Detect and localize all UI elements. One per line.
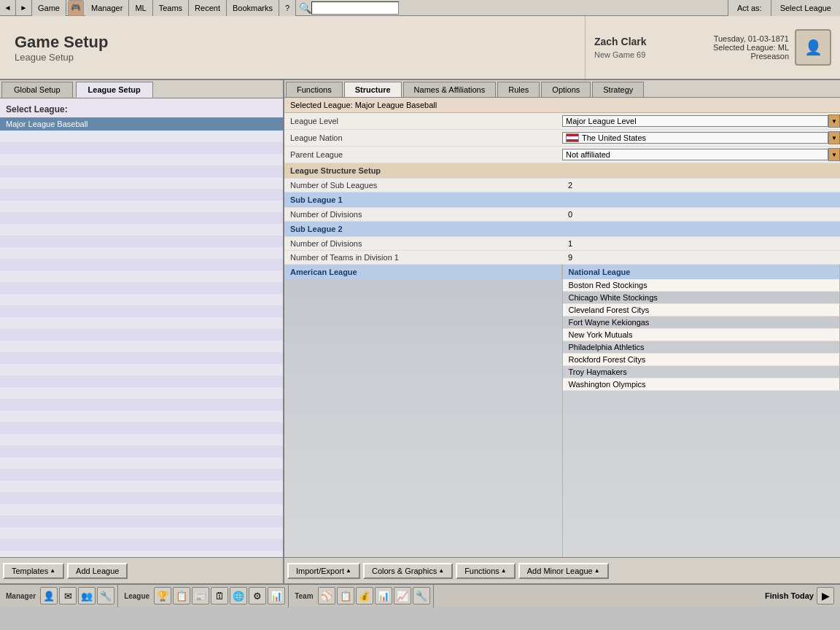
bottom-navigation: Manager 👤 ✉ 👥 🔧 League 🏆 📋 📰 🗓 🌐 ⚙ 📊 Tea… (0, 583, 840, 607)
list-item (0, 469, 283, 481)
manager-menu[interactable]: Manager (85, 0, 129, 16)
manager-icon-1[interactable]: 👤 (40, 587, 58, 604)
manager-icon-4[interactable]: 🔧 (97, 587, 114, 604)
team-icon-1[interactable]: ⚾ (318, 587, 335, 604)
league-icon-1[interactable]: 🏆 (154, 587, 171, 604)
list-item (0, 411, 283, 422)
season-info: Preseason (713, 52, 789, 61)
tab-global-setup[interactable]: Global Setup (1, 82, 73, 98)
team-icon-3[interactable]: 💰 (356, 587, 373, 604)
team-philadelphia[interactable]: Philadelphia Athletics (563, 341, 841, 354)
selected-league-header: Selected League: Major League Baseball (284, 98, 840, 113)
list-item (0, 247, 283, 259)
user-avatar: 👤 (795, 29, 831, 66)
help-menu[interactable]: ? (279, 0, 296, 16)
league-level-label: League Level (284, 113, 562, 130)
colors-graphics-button[interactable]: Colors & Graphics ▲ (363, 563, 453, 579)
num-sub-leagues-label: Number of Sub Leagues (284, 179, 562, 192)
league-icon-5[interactable]: 🌐 (230, 587, 247, 604)
league-nation-dropdown-arrow[interactable]: ▼ (828, 131, 840, 144)
page-title: Game Setup (15, 33, 570, 52)
tab-league-setup[interactable]: League Setup (76, 82, 153, 98)
league-icon-7[interactable]: 📊 (268, 587, 285, 604)
tab-names-affiliations[interactable]: Names & Affiliations (403, 82, 497, 97)
selected-league-info: Selected League: ML (713, 43, 789, 52)
league-icon-6[interactable]: ⚙ (249, 587, 266, 604)
team-icon-6[interactable]: 🔧 (413, 587, 430, 604)
parent-league-dropdown-arrow[interactable]: ▼ (828, 148, 840, 161)
list-item (0, 166, 283, 177)
list-item (0, 399, 283, 411)
list-item (0, 504, 283, 516)
tab-functions[interactable]: Functions (286, 82, 343, 97)
league-level-dropdown-arrow[interactable]: ▼ (828, 114, 840, 128)
search-input[interactable] (311, 1, 399, 15)
league-item-mlb[interactable]: Major League Baseball (0, 117, 283, 131)
list-item (0, 154, 283, 166)
list-item (0, 259, 283, 271)
list-item (0, 201, 283, 212)
functions-button[interactable]: Functions ▲ (456, 563, 516, 579)
list-item (0, 516, 283, 527)
header: Game Setup League Setup Zach Clark New G… (0, 16, 840, 80)
team-icon-2[interactable]: 📋 (337, 587, 354, 604)
bookmarks-menu[interactable]: Bookmarks (227, 0, 279, 16)
league-icon-3[interactable]: 📰 (192, 587, 209, 604)
team-fort-wayne[interactable]: Fort Wayne Kekiongas (563, 316, 841, 329)
game-menu[interactable]: Game (32, 0, 66, 16)
left-bottom-bar: Templates ▲ Add League (0, 557, 283, 583)
page-subtitle: League Setup (15, 52, 570, 63)
manager-icon-2[interactable]: ✉ (59, 587, 77, 604)
import-export-button[interactable]: Import/Export ▲ (287, 563, 360, 579)
team-chicago[interactable]: Chicago White Stockings (563, 292, 841, 304)
team-washington[interactable]: Washington Olympics (563, 378, 841, 391)
finish-today-button[interactable]: Finish Today ▶ (759, 587, 840, 604)
back-arrow[interactable]: ◄ (0, 0, 16, 16)
league-level-dropdown[interactable]: Major League Level (562, 115, 828, 127)
league-icon-2[interactable]: 📋 (173, 587, 190, 604)
forward-arrow[interactable]: ► (16, 0, 32, 16)
national-league-header: National League (563, 265, 841, 279)
setup-tabs: Global Setup League Setup (0, 80, 283, 98)
tab-structure[interactable]: Structure (344, 82, 402, 97)
list-item (0, 539, 283, 551)
list-item (0, 434, 283, 446)
setup-table: League Level Major League Level ▼ League… (284, 113, 840, 265)
list-item (0, 364, 283, 376)
add-league-button[interactable]: Add League (67, 563, 128, 579)
team-troy[interactable]: Troy Haymakers (563, 366, 841, 378)
team-rockford[interactable]: Rockford Forest Citys (563, 354, 841, 366)
team-icon-5[interactable]: 📈 (394, 587, 411, 604)
game-icon[interactable]: 🎮 (68, 0, 84, 16)
list-item (0, 527, 283, 539)
sub-league-1-header: Sub League 1 (284, 192, 840, 208)
league-section: League 🏆 📋 📰 🗓 🌐 ⚙ 📊 (118, 584, 289, 607)
list-item (0, 387, 283, 399)
templates-button[interactable]: Templates ▲ (3, 563, 64, 579)
list-item (0, 131, 283, 142)
team-new-york[interactable]: New York Mutuals (563, 329, 841, 341)
left-panel: Global Setup League Setup Select League:… (0, 80, 284, 583)
right-bottom-bar: Import/Export ▲ Colors & Graphics ▲ Func… (284, 557, 840, 583)
league-label: League (121, 592, 152, 600)
teams-menu[interactable]: Teams (153, 0, 189, 16)
finish-today-label: Finish Today (765, 591, 814, 600)
list-item (0, 376, 283, 387)
manager-icon-3[interactable]: 👥 (78, 587, 96, 604)
list-item (0, 317, 283, 329)
tab-options[interactable]: Options (541, 82, 591, 97)
tab-strategy[interactable]: Strategy (592, 82, 644, 97)
parent-league-dropdown[interactable]: Not affiliated (562, 149, 828, 160)
team-icon-4[interactable]: 📊 (375, 587, 392, 604)
league-nation-dropdown[interactable]: The United States (562, 132, 828, 144)
main-content: Global Setup League Setup Select League:… (0, 80, 840, 583)
add-minor-league-button[interactable]: Add Minor League ▲ (518, 563, 609, 579)
team-cleveland[interactable]: Cleveland Forest Citys (563, 304, 841, 316)
sl2-num-divisions-value: 1 (562, 237, 840, 251)
list-item (0, 189, 283, 201)
team-boston[interactable]: Boston Red Stockings (563, 279, 841, 292)
ml-menu[interactable]: ML (129, 0, 152, 16)
tab-rules[interactable]: Rules (497, 82, 540, 97)
league-icon-4[interactable]: 🗓 (211, 587, 228, 604)
recent-menu[interactable]: Recent (189, 0, 227, 16)
